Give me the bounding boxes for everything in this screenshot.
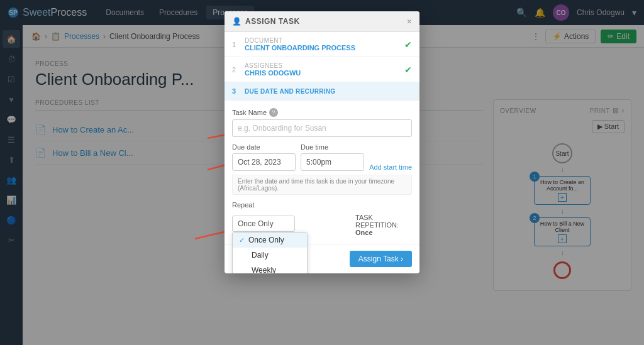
step-label-1: DOCUMENT bbox=[245, 37, 399, 44]
step-num-1: 1 bbox=[232, 41, 240, 48]
task-name-label: Task Name ? bbox=[232, 108, 412, 117]
due-date-input[interactable] bbox=[232, 153, 296, 171]
help-icon[interactable]: ? bbox=[269, 108, 278, 117]
step-3: 3 DUE DATE AND RECURRING bbox=[225, 82, 419, 101]
dropdown-item-weekly[interactable]: Weekly bbox=[233, 263, 307, 273]
step-label-3: DUE DATE AND RECURRING bbox=[245, 88, 412, 95]
person-icon: 👤 bbox=[232, 17, 242, 26]
due-time-input[interactable] bbox=[301, 153, 364, 171]
step-label-2: ASSIGNEES bbox=[245, 62, 399, 69]
task-name-input[interactable] bbox=[232, 119, 412, 137]
repeat-dropdown-list[interactable]: ✓ Once Only Daily Weekly Monthly bbox=[232, 232, 308, 273]
task-repetition-value: Once bbox=[355, 229, 373, 236]
dropdown-item-daily[interactable]: Daily bbox=[233, 248, 307, 263]
task-repetition-text: TASK REPETITION: Once bbox=[353, 214, 412, 236]
step-info-3: DUE DATE AND RECURRING bbox=[245, 88, 412, 95]
check-icon-2: ✔ bbox=[404, 65, 412, 75]
dropdown-item-once[interactable]: ✓ Once Only bbox=[233, 233, 307, 248]
timezone-hint: Enter the date and time this task is due… bbox=[232, 175, 412, 195]
assign-task-modal: 👤 ASSIGN TASK × 1 DOCUMENT CLIENT ONBOAR… bbox=[225, 11, 419, 273]
step-2: 2 ASSIGNEES CHRIS ODOGWU ✔ bbox=[225, 57, 419, 82]
modal-header: 👤 ASSIGN TASK × bbox=[225, 11, 419, 32]
task-name-field: Task Name ? bbox=[232, 108, 412, 137]
step-value-2: CHRIS ODOGWU bbox=[245, 69, 399, 77]
checkmark-icon: ✓ bbox=[239, 236, 245, 244]
assign-task-button[interactable]: Assign Task › bbox=[350, 251, 412, 267]
step-num-3: 3 bbox=[232, 87, 240, 95]
date-time-row: Due date Due time Add start time bbox=[232, 143, 412, 171]
step-value-1: CLIENT ONBOARDING PROCESS bbox=[245, 44, 399, 52]
repeat-select-wrapper: Once Only Daily Weekly Monthly Yearly ✓ … bbox=[232, 216, 295, 232]
add-start-time-link[interactable]: Add start time bbox=[369, 163, 412, 171]
due-time-label: Due time bbox=[301, 143, 364, 151]
check-icon-1: ✔ bbox=[404, 40, 412, 50]
step-num-2: 2 bbox=[232, 66, 240, 74]
modal-body: Task Name ? Due date Due time Add start … bbox=[225, 101, 419, 244]
due-date-field: Due date bbox=[232, 143, 296, 171]
close-icon[interactable]: × bbox=[407, 16, 412, 26]
due-time-field: Due time bbox=[301, 143, 364, 171]
step-info-2: ASSIGNEES CHRIS ODOGWU bbox=[245, 62, 399, 77]
step-1: 1 DOCUMENT CLIENT ONBOARDING PROCESS ✔ bbox=[225, 32, 419, 57]
step-info-1: DOCUMENT CLIENT ONBOARDING PROCESS bbox=[245, 37, 399, 52]
modal-title: ASSIGN TASK bbox=[245, 17, 300, 26]
due-date-label: Due date bbox=[232, 143, 296, 151]
repeat-label: Repeat bbox=[232, 201, 412, 209]
repeat-select[interactable]: Once Only Daily Weekly Monthly Yearly bbox=[232, 216, 295, 232]
